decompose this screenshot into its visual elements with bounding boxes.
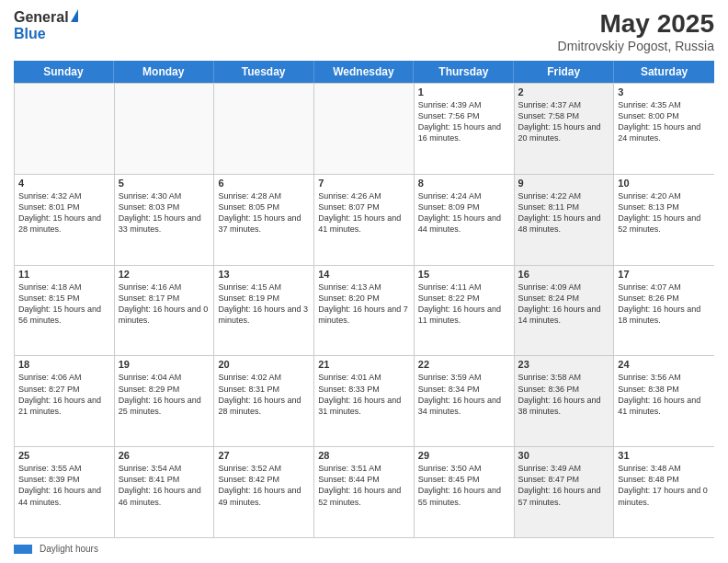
cal-cell (214, 84, 314, 174)
day-number: 3 (618, 86, 711, 98)
calendar: SundayMondayTuesdayWednesdayThursdayFrid… (14, 61, 714, 538)
cal-row: 25Sunrise: 3:55 AM Sunset: 8:39 PM Dayli… (15, 446, 714, 537)
day-number: 7 (318, 178, 410, 189)
cell-info: Sunrise: 4:16 AM Sunset: 8:17 PM Dayligh… (119, 282, 210, 327)
cal-row: 4Sunrise: 4:32 AM Sunset: 8:01 PM Daylig… (15, 174, 714, 265)
cell-info: Sunrise: 3:48 AM Sunset: 8:48 PM Dayligh… (618, 463, 711, 508)
calendar-header: SundayMondayTuesdayWednesdayThursdayFrid… (14, 61, 714, 83)
cal-cell: 3Sunrise: 4:35 AM Sunset: 8:00 PM Daylig… (614, 84, 714, 174)
day-number: 20 (218, 359, 310, 370)
cell-info: Sunrise: 4:20 AM Sunset: 8:13 PM Dayligh… (618, 190, 711, 236)
cal-cell: 17Sunrise: 4:07 AM Sunset: 8:26 PM Dayli… (614, 266, 714, 356)
day-number: 26 (119, 450, 210, 461)
location-title: Dmitrovskiy Pogost, Russia (558, 39, 714, 53)
cal-cell: 10Sunrise: 4:20 AM Sunset: 8:13 PM Dayli… (614, 175, 714, 265)
cal-cell: 19Sunrise: 4:04 AM Sunset: 8:29 PM Dayli… (115, 356, 215, 446)
cal-cell: 23Sunrise: 3:58 AM Sunset: 8:36 PM Dayli… (515, 356, 615, 446)
footer: Daylight hours (14, 544, 714, 554)
cell-info: Sunrise: 3:59 AM Sunset: 8:34 PM Dayligh… (418, 372, 510, 417)
cell-info: Sunrise: 4:35 AM Sunset: 8:00 PM Dayligh… (618, 99, 711, 144)
cell-info: Sunrise: 3:49 AM Sunset: 8:47 PM Dayligh… (518, 463, 610, 508)
cell-info: Sunrise: 3:50 AM Sunset: 8:45 PM Dayligh… (418, 463, 510, 508)
cal-cell: 12Sunrise: 4:16 AM Sunset: 8:17 PM Dayli… (115, 266, 215, 356)
cal-header-cell: Monday (114, 61, 214, 83)
cell-info: Sunrise: 3:56 AM Sunset: 8:38 PM Dayligh… (618, 372, 711, 417)
day-number: 2 (518, 86, 610, 98)
daylight-bar-icon (14, 545, 32, 554)
daylight-label: Daylight hours (40, 544, 98, 554)
cal-cell (15, 84, 115, 174)
day-number: 22 (418, 359, 510, 370)
cell-info: Sunrise: 4:15 AM Sunset: 8:19 PM Dayligh… (218, 282, 310, 327)
cell-info: Sunrise: 4:13 AM Sunset: 8:20 PM Dayligh… (318, 282, 410, 327)
logo: General Blue (14, 9, 78, 42)
cell-info: Sunrise: 4:02 AM Sunset: 8:31 PM Dayligh… (218, 372, 310, 417)
day-number: 21 (318, 359, 410, 370)
day-number: 27 (218, 450, 310, 461)
cal-cell: 29Sunrise: 3:50 AM Sunset: 8:45 PM Dayli… (415, 447, 515, 537)
cell-info: Sunrise: 4:06 AM Sunset: 8:27 PM Dayligh… (18, 372, 110, 417)
day-number: 9 (518, 178, 610, 189)
day-number: 17 (618, 269, 711, 280)
day-number: 5 (119, 178, 210, 189)
cal-cell: 31Sunrise: 3:48 AM Sunset: 8:48 PM Dayli… (614, 447, 714, 537)
cell-info: Sunrise: 4:26 AM Sunset: 8:07 PM Dayligh… (318, 190, 410, 236)
day-number: 25 (18, 450, 110, 461)
cal-cell (115, 84, 215, 174)
cell-info: Sunrise: 4:28 AM Sunset: 8:05 PM Dayligh… (218, 190, 310, 236)
day-number: 23 (518, 359, 610, 370)
cal-cell: 24Sunrise: 3:56 AM Sunset: 8:38 PM Dayli… (614, 356, 714, 446)
cell-info: Sunrise: 3:52 AM Sunset: 8:42 PM Dayligh… (218, 463, 310, 508)
cal-cell: 28Sunrise: 3:51 AM Sunset: 8:44 PM Dayli… (314, 447, 415, 537)
cal-cell: 26Sunrise: 3:54 AM Sunset: 8:41 PM Dayli… (115, 447, 215, 537)
cal-cell: 14Sunrise: 4:13 AM Sunset: 8:20 PM Dayli… (314, 266, 415, 356)
cell-info: Sunrise: 3:58 AM Sunset: 8:36 PM Dayligh… (518, 372, 610, 417)
cal-header-cell: Saturday (614, 61, 714, 83)
cell-info: Sunrise: 3:55 AM Sunset: 8:39 PM Dayligh… (18, 463, 110, 508)
cal-cell: 5Sunrise: 4:30 AM Sunset: 8:03 PM Daylig… (115, 175, 215, 265)
cell-info: Sunrise: 4:09 AM Sunset: 8:24 PM Dayligh… (518, 282, 610, 327)
page: General Blue May 2025 Dmitrovskiy Pogost… (0, 0, 728, 563)
month-title: May 2025 (558, 9, 714, 39)
day-number: 11 (18, 269, 110, 280)
cell-info: Sunrise: 4:37 AM Sunset: 7:58 PM Dayligh… (518, 99, 610, 144)
cal-cell: 13Sunrise: 4:15 AM Sunset: 8:19 PM Dayli… (214, 266, 314, 356)
day-number: 8 (418, 178, 510, 189)
cell-info: Sunrise: 3:54 AM Sunset: 8:41 PM Dayligh… (119, 463, 210, 508)
cal-header-cell: Thursday (414, 61, 514, 83)
cal-cell: 27Sunrise: 3:52 AM Sunset: 8:42 PM Dayli… (214, 447, 314, 537)
cal-header-cell: Sunday (14, 61, 114, 83)
cell-info: Sunrise: 4:01 AM Sunset: 8:33 PM Dayligh… (318, 372, 410, 417)
day-number: 24 (618, 359, 711, 370)
cal-cell: 8Sunrise: 4:24 AM Sunset: 8:09 PM Daylig… (415, 175, 515, 265)
cell-info: Sunrise: 3:51 AM Sunset: 8:44 PM Dayligh… (318, 463, 410, 508)
cal-cell: 30Sunrise: 3:49 AM Sunset: 8:47 PM Dayli… (515, 447, 615, 537)
cal-cell: 7Sunrise: 4:26 AM Sunset: 8:07 PM Daylig… (314, 175, 415, 265)
day-number: 12 (119, 269, 210, 280)
cal-cell: 22Sunrise: 3:59 AM Sunset: 8:34 PM Dayli… (415, 356, 515, 446)
cal-cell (314, 84, 415, 174)
day-number: 31 (618, 450, 711, 461)
cal-header-cell: Wednesday (314, 61, 415, 83)
day-number: 18 (18, 359, 110, 370)
cal-cell: 15Sunrise: 4:11 AM Sunset: 8:22 PM Dayli… (415, 266, 515, 356)
cal-cell: 9Sunrise: 4:22 AM Sunset: 8:11 PM Daylig… (515, 175, 615, 265)
cell-info: Sunrise: 4:39 AM Sunset: 7:56 PM Dayligh… (418, 99, 510, 144)
logo-triangle-icon (71, 9, 78, 22)
day-number: 1 (418, 86, 510, 98)
day-number: 10 (618, 178, 711, 189)
cal-cell: 21Sunrise: 4:01 AM Sunset: 8:33 PM Dayli… (314, 356, 415, 446)
cal-cell: 11Sunrise: 4:18 AM Sunset: 8:15 PM Dayli… (15, 266, 115, 356)
cal-cell: 4Sunrise: 4:32 AM Sunset: 8:01 PM Daylig… (15, 175, 115, 265)
day-number: 16 (518, 269, 610, 280)
cal-cell: 18Sunrise: 4:06 AM Sunset: 8:27 PM Dayli… (15, 356, 115, 446)
cal-cell: 2Sunrise: 4:37 AM Sunset: 7:58 PM Daylig… (515, 84, 615, 174)
cal-cell: 20Sunrise: 4:02 AM Sunset: 8:31 PM Dayli… (214, 356, 314, 446)
cal-cell: 16Sunrise: 4:09 AM Sunset: 8:24 PM Dayli… (515, 266, 615, 356)
cal-header-cell: Tuesday (214, 61, 314, 83)
cell-info: Sunrise: 4:32 AM Sunset: 8:01 PM Dayligh… (18, 190, 110, 236)
logo-general: General (14, 9, 69, 26)
header: General Blue May 2025 Dmitrovskiy Pogost… (14, 9, 714, 53)
cal-row: 1Sunrise: 4:39 AM Sunset: 7:56 PM Daylig… (15, 83, 714, 174)
cell-info: Sunrise: 4:11 AM Sunset: 8:22 PM Dayligh… (418, 282, 510, 327)
